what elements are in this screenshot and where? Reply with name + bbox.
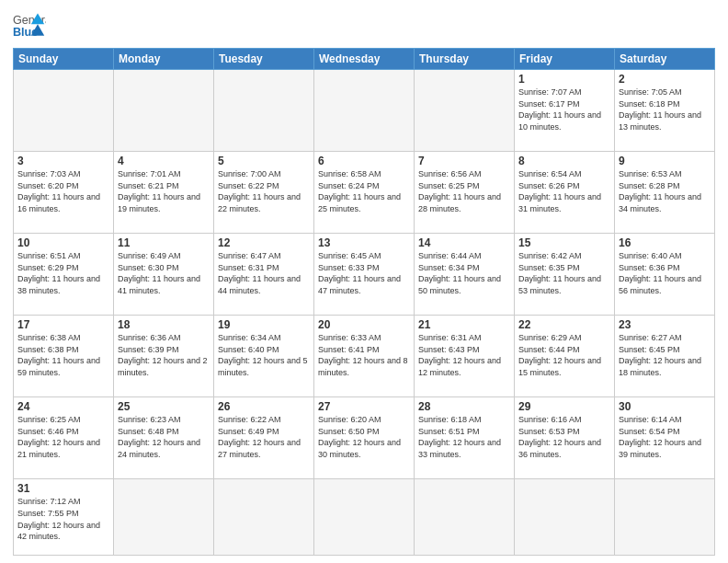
day-info: Sunrise: 6:47 AM Sunset: 6:31 PM Dayligh… [218, 250, 310, 296]
day-cell [14, 70, 114, 152]
day-number: 22 [518, 318, 610, 331]
day-number: 9 [619, 155, 711, 167]
day-info: Sunrise: 7:01 AM Sunset: 6:21 PM Dayligh… [118, 168, 210, 214]
day-info: Sunrise: 6:27 AM Sunset: 6:45 PM Dayligh… [619, 332, 711, 378]
day-number: 23 [619, 318, 711, 331]
week-row-2: 10Sunrise: 6:51 AM Sunset: 6:29 PM Dayli… [14, 234, 715, 316]
day-cell [615, 479, 715, 556]
day-cell: 24Sunrise: 6:25 AM Sunset: 6:46 PM Dayli… [14, 397, 114, 479]
day-number: 18 [118, 318, 210, 331]
day-number: 28 [418, 400, 510, 413]
day-cell: 11Sunrise: 6:49 AM Sunset: 6:30 PM Dayli… [114, 234, 214, 316]
day-number: 11 [118, 236, 210, 249]
day-cell [415, 479, 515, 556]
day-cell: 16Sunrise: 6:40 AM Sunset: 6:36 PM Dayli… [615, 234, 715, 316]
day-cell: 10Sunrise: 6:51 AM Sunset: 6:29 PM Dayli… [14, 234, 114, 316]
day-info: Sunrise: 6:33 AM Sunset: 6:41 PM Dayligh… [318, 332, 410, 378]
day-info: Sunrise: 6:29 AM Sunset: 6:44 PM Dayligh… [518, 332, 610, 378]
day-number: 6 [318, 155, 410, 167]
day-cell: 25Sunrise: 6:23 AM Sunset: 6:48 PM Dayli… [114, 397, 214, 479]
day-number: 25 [118, 400, 210, 413]
day-number: 19 [218, 318, 310, 331]
day-cell: 14Sunrise: 6:44 AM Sunset: 6:34 PM Dayli… [415, 234, 515, 316]
day-info: Sunrise: 6:25 AM Sunset: 6:46 PM Dayligh… [17, 414, 109, 460]
day-cell [415, 70, 515, 152]
day-cell: 5Sunrise: 7:00 AM Sunset: 6:22 PM Daylig… [214, 152, 314, 234]
day-number: 5 [218, 155, 310, 167]
day-cell: 26Sunrise: 6:22 AM Sunset: 6:49 PM Dayli… [214, 397, 314, 479]
day-cell: 13Sunrise: 6:45 AM Sunset: 6:33 PM Dayli… [314, 234, 415, 316]
day-cell: 17Sunrise: 6:38 AM Sunset: 6:38 PM Dayli… [14, 316, 114, 397]
day-info: Sunrise: 6:54 AM Sunset: 6:26 PM Dayligh… [518, 168, 610, 214]
page: General Blue SundayMondayTuesdayWednesda… [0, 0, 728, 563]
weekday-header-monday: Monday [114, 49, 214, 70]
day-cell [114, 70, 214, 152]
logo-icon: General Blue [13, 9, 46, 42]
weekday-header-saturday: Saturday [615, 49, 715, 70]
day-number: 12 [218, 236, 310, 249]
weekday-header-friday: Friday [515, 49, 615, 70]
day-info: Sunrise: 6:22 AM Sunset: 6:49 PM Dayligh… [218, 414, 310, 460]
day-cell [214, 70, 314, 152]
day-cell: 6Sunrise: 6:58 AM Sunset: 6:24 PM Daylig… [314, 152, 415, 234]
day-info: Sunrise: 6:14 AM Sunset: 6:54 PM Dayligh… [619, 414, 711, 460]
day-cell: 30Sunrise: 6:14 AM Sunset: 6:54 PM Dayli… [615, 397, 715, 479]
day-info: Sunrise: 6:18 AM Sunset: 6:51 PM Dayligh… [418, 414, 510, 460]
day-cell: 1Sunrise: 7:07 AM Sunset: 6:17 PM Daylig… [515, 70, 615, 152]
week-row-1: 3Sunrise: 7:03 AM Sunset: 6:20 PM Daylig… [14, 152, 715, 234]
day-info: Sunrise: 6:36 AM Sunset: 6:39 PM Dayligh… [118, 332, 210, 378]
day-info: Sunrise: 7:03 AM Sunset: 6:20 PM Dayligh… [17, 168, 109, 214]
day-info: Sunrise: 7:12 AM Sunset: 7:55 PM Dayligh… [17, 496, 109, 542]
weekday-header-sunday: Sunday [14, 49, 114, 70]
day-number: 26 [218, 400, 310, 413]
day-cell: 22Sunrise: 6:29 AM Sunset: 6:44 PM Dayli… [515, 316, 615, 397]
day-cell: 3Sunrise: 7:03 AM Sunset: 6:20 PM Daylig… [14, 152, 114, 234]
day-info: Sunrise: 6:31 AM Sunset: 6:43 PM Dayligh… [418, 332, 510, 378]
day-cell: 7Sunrise: 6:56 AM Sunset: 6:25 PM Daylig… [415, 152, 515, 234]
day-number: 14 [418, 236, 510, 249]
day-info: Sunrise: 6:34 AM Sunset: 6:40 PM Dayligh… [218, 332, 310, 378]
day-number: 1 [518, 73, 610, 86]
day-info: Sunrise: 6:44 AM Sunset: 6:34 PM Dayligh… [418, 250, 510, 296]
day-number: 15 [518, 236, 610, 249]
day-number: 4 [118, 155, 210, 167]
day-info: Sunrise: 6:23 AM Sunset: 6:48 PM Dayligh… [118, 414, 210, 460]
day-cell [314, 479, 415, 556]
weekday-header-wednesday: Wednesday [314, 49, 415, 70]
week-row-0: 1Sunrise: 7:07 AM Sunset: 6:17 PM Daylig… [14, 70, 715, 152]
day-cell [314, 70, 415, 152]
day-cell: 29Sunrise: 6:16 AM Sunset: 6:53 PM Dayli… [515, 397, 615, 479]
day-info: Sunrise: 6:42 AM Sunset: 6:35 PM Dayligh… [518, 250, 610, 296]
day-cell: 31Sunrise: 7:12 AM Sunset: 7:55 PM Dayli… [14, 479, 114, 556]
day-cell: 15Sunrise: 6:42 AM Sunset: 6:35 PM Dayli… [515, 234, 615, 316]
day-cell [114, 479, 214, 556]
day-info: Sunrise: 6:49 AM Sunset: 6:30 PM Dayligh… [118, 250, 210, 296]
logo: General Blue [13, 9, 46, 42]
weekday-header-tuesday: Tuesday [214, 49, 314, 70]
day-info: Sunrise: 6:20 AM Sunset: 6:50 PM Dayligh… [318, 414, 410, 460]
day-number: 3 [17, 155, 109, 167]
day-number: 30 [619, 400, 711, 413]
day-cell: 20Sunrise: 6:33 AM Sunset: 6:41 PM Dayli… [314, 316, 415, 397]
weekday-header-thursday: Thursday [415, 49, 515, 70]
day-cell: 9Sunrise: 6:53 AM Sunset: 6:28 PM Daylig… [615, 152, 715, 234]
day-number: 7 [418, 155, 510, 167]
day-number: 8 [518, 155, 610, 167]
day-number: 10 [17, 236, 109, 249]
day-info: Sunrise: 6:38 AM Sunset: 6:38 PM Dayligh… [17, 332, 109, 378]
day-number: 20 [318, 318, 410, 331]
day-cell: 4Sunrise: 7:01 AM Sunset: 6:21 PM Daylig… [114, 152, 214, 234]
day-number: 2 [619, 73, 711, 86]
day-info: Sunrise: 6:51 AM Sunset: 6:29 PM Dayligh… [17, 250, 109, 296]
day-number: 13 [318, 236, 410, 249]
week-row-5: 31Sunrise: 7:12 AM Sunset: 7:55 PM Dayli… [14, 479, 715, 556]
day-number: 27 [318, 400, 410, 413]
calendar: SundayMondayTuesdayWednesdayThursdayFrid… [13, 48, 715, 556]
day-number: 31 [17, 482, 109, 495]
day-info: Sunrise: 7:07 AM Sunset: 6:17 PM Dayligh… [518, 86, 610, 132]
day-cell: 27Sunrise: 6:20 AM Sunset: 6:50 PM Dayli… [314, 397, 415, 479]
day-cell [214, 479, 314, 556]
day-number: 17 [17, 318, 109, 331]
day-number: 21 [418, 318, 510, 331]
day-cell: 2Sunrise: 7:05 AM Sunset: 6:18 PM Daylig… [615, 70, 715, 152]
